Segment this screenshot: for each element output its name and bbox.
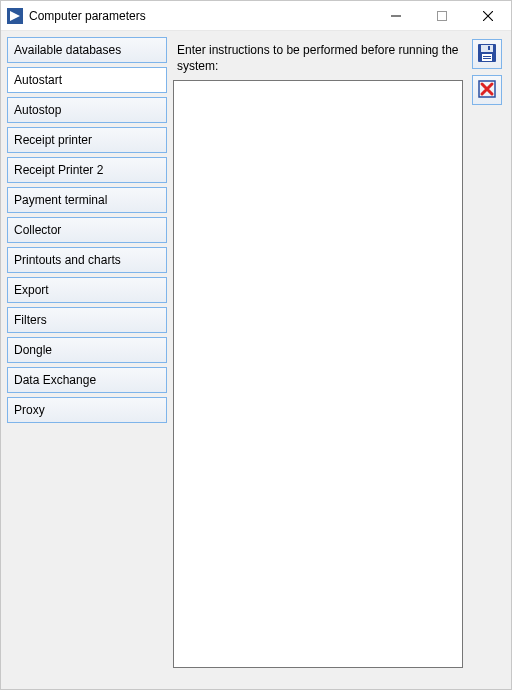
- nav-item-label: Autostop: [14, 103, 61, 117]
- nav-item-label: Autostart: [14, 73, 62, 87]
- nav-item-autostop[interactable]: Autostop: [7, 97, 167, 123]
- nav-item-data-exchange[interactable]: Data Exchange: [7, 367, 167, 393]
- save-icon: [477, 43, 497, 66]
- nav-item-available-databases[interactable]: Available databases: [7, 37, 167, 63]
- svg-rect-1: [391, 15, 401, 16]
- nav-item-label: Receipt printer: [14, 133, 92, 147]
- delete-icon: [477, 79, 497, 102]
- app-icon: [7, 8, 23, 24]
- nav-item-proxy[interactable]: Proxy: [7, 397, 167, 423]
- nav-item-label: Export: [14, 283, 49, 297]
- nav-item-printouts-and-charts[interactable]: Printouts and charts: [7, 247, 167, 273]
- svg-rect-2: [438, 11, 447, 20]
- nav-item-autostart[interactable]: Autostart: [7, 67, 167, 93]
- nav-item-export[interactable]: Export: [7, 277, 167, 303]
- nav-item-receipt-printer[interactable]: Receipt printer: [7, 127, 167, 153]
- window-title: Computer parameters: [29, 9, 146, 23]
- nav-item-label: Proxy: [14, 403, 45, 417]
- nav-item-dongle[interactable]: Dongle: [7, 337, 167, 363]
- svg-rect-8: [488, 46, 490, 50]
- maximize-button[interactable]: [419, 1, 465, 31]
- client-area: Available databases Autostart Autostop R…: [1, 31, 511, 689]
- nav-item-label: Payment terminal: [14, 193, 107, 207]
- delete-button[interactable]: [472, 75, 502, 105]
- nav-item-label: Collector: [14, 223, 61, 237]
- nav-item-receipt-printer-2[interactable]: Receipt Printer 2: [7, 157, 167, 183]
- category-nav: Available databases Autostart Autostop R…: [7, 37, 167, 683]
- nav-item-label: Printouts and charts: [14, 253, 121, 267]
- minimize-button[interactable]: [373, 1, 419, 31]
- nav-item-collector[interactable]: Collector: [7, 217, 167, 243]
- svg-rect-4: [481, 45, 493, 52]
- action-sidebar: [469, 37, 505, 683]
- nav-item-label: Dongle: [14, 343, 52, 357]
- nav-item-label: Receipt Printer 2: [14, 163, 103, 177]
- save-button[interactable]: [472, 39, 502, 69]
- svg-rect-7: [483, 58, 491, 59]
- main-panel: Enter instructions to be performed befor…: [173, 37, 463, 683]
- svg-rect-6: [483, 56, 491, 57]
- window-root: Computer parameters Available databases …: [0, 0, 512, 690]
- nav-item-label: Data Exchange: [14, 373, 96, 387]
- nav-item-label: Available databases: [14, 43, 121, 57]
- nav-item-payment-terminal[interactable]: Payment terminal: [7, 187, 167, 213]
- instructions-editor[interactable]: [173, 80, 463, 668]
- nav-item-label: Filters: [14, 313, 47, 327]
- instructions-prompt: Enter instructions to be performed befor…: [173, 37, 463, 80]
- titlebar: Computer parameters: [1, 1, 511, 31]
- svg-rect-5: [482, 54, 492, 61]
- close-button[interactable]: [465, 1, 511, 31]
- nav-item-filters[interactable]: Filters: [7, 307, 167, 333]
